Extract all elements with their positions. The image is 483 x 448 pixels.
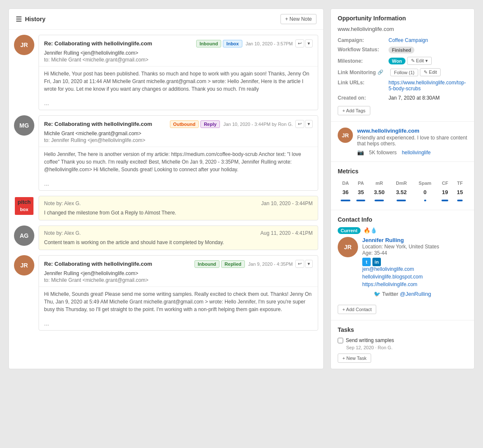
follow-button[interactable]: Follow (1) — [390, 69, 418, 76]
email-badges-1: Inbound Inbox — [196, 40, 242, 47]
badge-inbound-3: Inbound — [194, 260, 219, 268]
opportunity-section: Opportunity Information www.hellolivingl… — [331, 9, 474, 122]
site-name[interactable]: www.hellolivinglife.com — [357, 128, 419, 134]
avatar-3: JR — [14, 255, 34, 275]
linkedin-icon: in — [372, 258, 381, 266]
reply-button-3[interactable]: ↩ — [295, 260, 304, 268]
task-label-1: Send writing samples — [346, 337, 394, 343]
metrics-title: Metrics — [338, 168, 467, 175]
link-urls-row: Link URLs: https://www.hellolivinglife.c… — [338, 80, 467, 92]
note-by-1: Note by: Alex G. — [44, 200, 81, 206]
avatar-note-2: AG — [14, 225, 34, 246]
note-card-2: Note by: Alex G. Aug 11, 2020 - 4:41PM C… — [39, 225, 318, 250]
twitter-icon: t — [362, 258, 371, 266]
email-body-2: Hello Jennifer, The here is another vers… — [39, 147, 318, 177]
metric-col-cf: CF — [438, 179, 452, 187]
email-body-1: Hi Michelle, Your post has been publishe… — [39, 66, 318, 96]
website-card: JR www.hellolivinglife.com Friendly and … — [338, 128, 467, 156]
contact-email: jen@hellolivinglife.com — [362, 266, 439, 272]
contact-section: Contact Info Current 🔥💧 JR Jennifer Rull… — [331, 210, 474, 320]
more-button-1[interactable]: ▾ — [305, 39, 313, 47]
reply-button-1[interactable]: ↩ — [295, 39, 304, 47]
contact-current-row: Current 🔥💧 — [338, 227, 467, 234]
new-note-button[interactable]: + New Note — [280, 14, 316, 24]
followers: 5K followers — [369, 150, 397, 156]
twitter-label: Twitter — [382, 291, 398, 297]
badge-inbox-1: Inbox — [223, 40, 242, 47]
metrics-table: DA PA mR DmR Spam CF TF 36 35 3.50 3.52 — [338, 179, 467, 204]
note-header-2: Note by: Alex G. Aug 11, 2020 - 4:41PM — [44, 230, 313, 236]
contact-title: Contact Info — [338, 216, 467, 223]
campaign-label: Campaign: — [338, 37, 389, 43]
metrics-value-row: 36 35 3.50 3.52 0 19 15 — [338, 187, 467, 197]
note-time-2: Aug 11, 2020 - 4:41PM — [261, 230, 313, 236]
opportunity-url: www.hellolivinglife.com — [338, 26, 467, 32]
contact-fire-icons: 🔥💧 — [364, 227, 377, 234]
more-button-3[interactable]: ▾ — [305, 260, 313, 268]
email-header-2: Re: Collaborating with hellolivinglife.c… — [39, 116, 318, 131]
badge-outbound-2: Outbound — [170, 120, 199, 128]
campaign-value[interactable]: Coffee Campaign — [389, 37, 428, 43]
milestone-edit-button[interactable]: ✎ Edit ▾ — [407, 57, 432, 65]
current-pill: Current — [338, 227, 361, 234]
metric-val-pa: 35 — [353, 187, 368, 197]
add-tags-button[interactable]: + Add Tags — [338, 106, 370, 115]
contact-social-links: t in — [362, 258, 439, 266]
email-actions-2: ↩ ▾ — [295, 120, 313, 128]
metrics-section: Metrics DA PA mR DmR Spam CF TF 36 — [331, 162, 474, 210]
metric-val-dmr: 3.52 — [390, 187, 412, 197]
email-header-3: Re: Collaborating with hellolivinglife.c… — [39, 256, 318, 270]
tasks-title: Tasks — [338, 326, 467, 333]
contact-website-link[interactable]: https://hellolivinglife.com — [362, 281, 417, 287]
link-edit-button[interactable]: ✎ Edit — [420, 68, 441, 76]
history-title: ☰ History — [16, 15, 45, 23]
email-time-1: Jan 10, 2020 - 3:57PM — [246, 41, 293, 46]
badge-replied-3: Replied — [221, 260, 245, 268]
metric-col-tf: TF — [452, 179, 467, 187]
avatar-2: MG — [14, 115, 34, 136]
created-row: Created on: Jan 7, 2020 at 8:30AM — [338, 95, 467, 101]
link-monitoring-row: Link Monitoring 🔗 Follow (1) ✎ Edit — [338, 68, 467, 76]
milestone-value: Won — [389, 58, 405, 64]
more-button-2[interactable]: ▾ — [305, 120, 313, 128]
contact-website: https://hellolivinglife.com — [362, 281, 439, 287]
new-task-button[interactable]: + New Task — [338, 353, 371, 363]
metric-val-mr: 3.50 — [368, 187, 390, 197]
email-from-1: Jennifer Rulling <jen@hellolivinglife.co… — [39, 50, 318, 57]
contact-name: Jennifer Rulling — [362, 237, 439, 243]
email-card-3: Re: Collaborating with hellolivinglife.c… — [39, 255, 318, 331]
contact-info: Jennifer Rulling Location: New York, Uni… — [362, 237, 439, 287]
workflow-label: Workflow Status: — [338, 47, 389, 53]
contact-blog: hellolivinglife.blogspot.com — [362, 274, 439, 280]
email-header-1: Re: Collaborating with hellolivinglife.c… — [39, 35, 318, 50]
twitter-handle[interactable]: @JenRulling — [400, 291, 431, 297]
email-card-row-3: JR Re: Collaborating with hellolivinglif… — [14, 255, 318, 331]
opportunity-title: Opportunity Information — [338, 15, 467, 22]
badge-inbound-1: Inbound — [196, 40, 221, 47]
task-checkbox-1[interactable] — [338, 338, 343, 343]
metric-val-spam: 0 — [413, 187, 438, 197]
contact-location: Location: New York, United States — [362, 244, 439, 250]
email-body-3: Hi Michelle, Sounds great! Please send m… — [39, 287, 318, 317]
link-monitoring-label: Link Monitoring 🔗 — [338, 70, 389, 75]
badge-reply-2: Reply — [200, 120, 220, 128]
email-to-3: to: Michile Grant <michelle.grant@gmail.… — [39, 277, 318, 287]
history-label: History — [25, 16, 45, 22]
reply-button-2[interactable]: ↩ — [295, 120, 304, 128]
link-urls-label: Link URLs: — [338, 80, 389, 86]
add-contact-button[interactable]: + Add Contact — [338, 305, 376, 314]
email-badges-3: Inbound Replied — [194, 260, 245, 268]
avatar-1: JR — [14, 35, 34, 55]
contact-blog-link[interactable]: hellolivinglife.blogspot.com — [362, 274, 423, 280]
twitter-section: 🐦 Twitter @JenRulling — [338, 287, 467, 301]
list-icon: ☰ — [16, 15, 22, 23]
site-info: www.hellolivinglife.com Friendly and exp… — [357, 128, 467, 156]
link-urls-value[interactable]: https://www.hellolivinglife.com/top-5-bo… — [389, 80, 467, 92]
task-meta-1: Sep 12, 2020 · Ron G. — [346, 345, 467, 350]
email-actions-3: ↩ ▾ — [295, 260, 313, 268]
website-section: JR www.hellolivinglife.com Friendly and … — [331, 122, 474, 162]
contact-age: Age: 35-44 — [362, 250, 439, 256]
email-card-2: Re: Collaborating with hellolivinglife.c… — [39, 115, 318, 191]
site-handle[interactable]: hellolivinglife — [402, 150, 430, 156]
email-subject-3: Re: Collaborating with hellolivinglife.c… — [44, 261, 194, 267]
